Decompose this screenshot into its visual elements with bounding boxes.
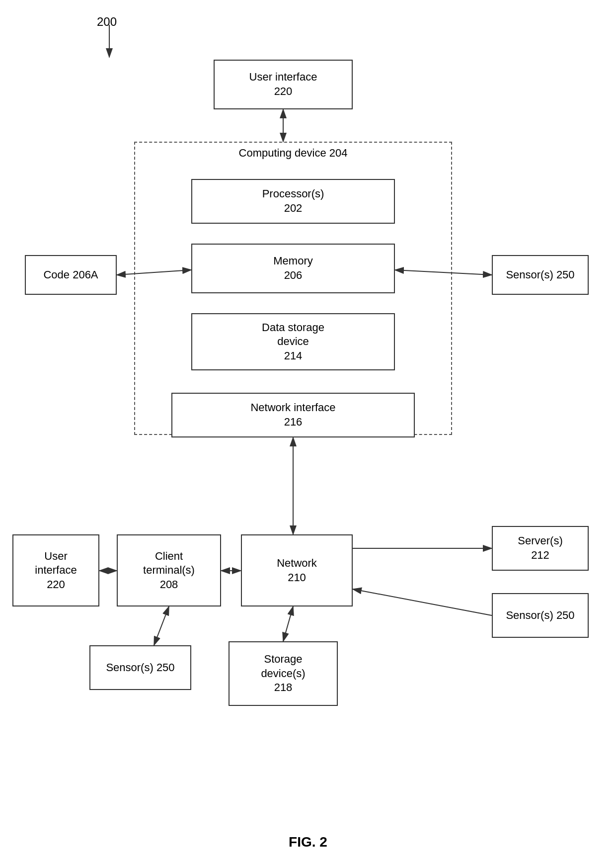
data-storage-box: Data storagedevice214	[191, 313, 395, 370]
servers-label: Server(s)212	[518, 534, 562, 562]
storage-devices-box: Storagedevice(s)218	[229, 641, 338, 706]
processors-box: Processor(s)202	[191, 179, 395, 224]
computing-device-label: Computing device 204	[239, 147, 348, 160]
sensors-bottom-left-box: Sensor(s) 250	[89, 645, 191, 690]
svg-line-13	[283, 606, 293, 641]
code-label: Code 206A	[43, 268, 98, 282]
sensors-right-label: Sensor(s) 250	[506, 608, 574, 623]
user-interface-bottom-box: Userinterface220	[12, 534, 99, 606]
code-box: Code 206A	[25, 255, 117, 295]
user-interface-top-box: User interface220	[214, 60, 353, 109]
memory-label: Memory206	[273, 254, 312, 282]
svg-line-11	[353, 589, 492, 615]
client-terminal-label: Clientterminal(s)208	[143, 549, 195, 592]
data-storage-label: Data storagedevice214	[262, 321, 324, 363]
sensors-right-box: Sensor(s) 250	[492, 593, 589, 638]
sensors-top-label: Sensor(s) 250	[506, 268, 574, 282]
storage-devices-label: Storagedevice(s)218	[261, 652, 305, 695]
memory-box: Memory206	[191, 244, 395, 293]
user-interface-bottom-label: Userinterface220	[35, 549, 77, 592]
servers-box: Server(s)212	[492, 526, 589, 571]
user-interface-top-label: User interface220	[249, 70, 317, 98]
processors-label: Processor(s)202	[262, 187, 324, 215]
network-interface-box: Network interface216	[171, 393, 415, 437]
network-interface-label: Network interface216	[250, 401, 335, 429]
sensors-bottom-left-label: Sensor(s) 250	[106, 661, 174, 675]
svg-line-12	[154, 606, 169, 645]
network-label: Network210	[277, 556, 317, 585]
sensors-top-box: Sensor(s) 250	[492, 255, 589, 295]
client-terminal-box: Clientterminal(s)208	[117, 534, 221, 606]
network-box: Network210	[241, 534, 353, 606]
fig-label: FIG. 2	[0, 834, 616, 850]
diagram-container: 200 User interface220 Computing device 2…	[0, 0, 616, 865]
ref-200-label: 200	[97, 15, 117, 29]
